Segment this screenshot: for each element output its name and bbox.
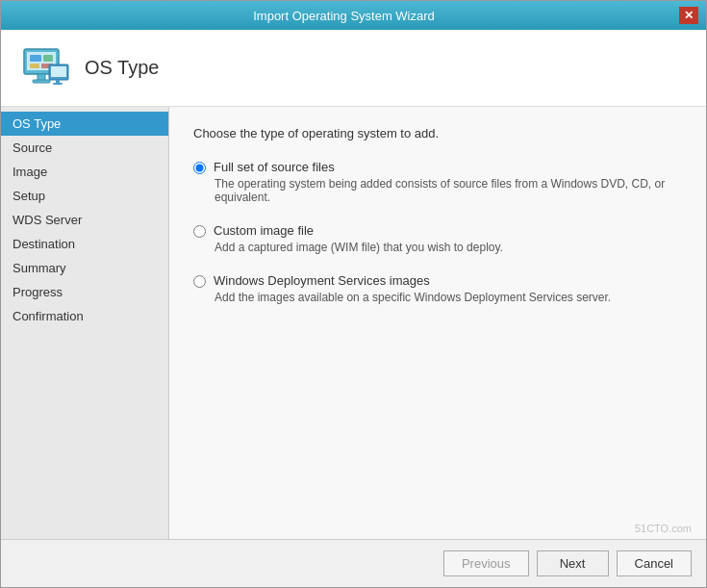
svg-rect-3: [33, 80, 50, 83]
sidebar-item-image[interactable]: Image: [1, 160, 168, 184]
sidebar: OS Type Source Image Setup WDS Server De…: [1, 107, 169, 539]
sidebar-item-destination[interactable]: Destination: [1, 232, 168, 256]
option-full-source-title: Full set of source files: [214, 160, 335, 174]
option-custom-image-title: Custom image file: [214, 223, 314, 238]
sidebar-item-setup[interactable]: Setup: [1, 184, 168, 208]
svg-rect-4: [30, 55, 41, 62]
option-wds-images-desc: Add the images available on a specific W…: [215, 291, 682, 304]
sidebar-item-os-type[interactable]: OS Type: [1, 112, 168, 136]
svg-rect-9: [51, 66, 66, 77]
watermark: 51CTO.com: [635, 523, 692, 534]
header-section: OS Type: [1, 30, 706, 107]
option-full-source-desc: The operating system being added consist…: [215, 177, 682, 204]
option-custom-image: Custom image file Add a captured image (…: [193, 223, 682, 254]
previous-button[interactable]: Previous: [443, 550, 529, 576]
svg-rect-5: [43, 55, 53, 62]
sidebar-item-wds-server[interactable]: WDS Server: [1, 208, 168, 232]
content-area: OS Type Source Image Setup WDS Server De…: [1, 107, 706, 539]
sidebar-item-confirmation[interactable]: Confirmation: [1, 304, 168, 328]
option-full-source-label[interactable]: Full set of source files: [193, 160, 682, 174]
footer: 51CTO.com Previous Next Cancel: [1, 539, 706, 587]
svg-rect-6: [30, 64, 39, 68]
radio-custom-image[interactable]: [193, 225, 206, 238]
option-wds-images-title: Windows Deployment Services images: [214, 273, 430, 288]
option-wds-images-label[interactable]: Windows Deployment Services images: [193, 273, 682, 288]
option-custom-image-label[interactable]: Custom image file: [193, 223, 682, 238]
titlebar: Import Operating System Wizard ✕: [1, 1, 706, 30]
window-title: Import Operating System Wizard: [9, 9, 679, 23]
main-panel: Choose the type of operating system to a…: [169, 107, 706, 539]
os-icon: [20, 43, 70, 93]
close-button[interactable]: ✕: [679, 7, 698, 24]
radio-full-source[interactable]: [193, 162, 206, 174]
wizard-window: Import Operating System Wizard ✕: [0, 0, 707, 588]
next-button[interactable]: Next: [537, 550, 609, 576]
option-custom-image-desc: Add a captured image (WIM file) that you…: [215, 241, 682, 254]
instruction-text: Choose the type of operating system to a…: [193, 126, 682, 141]
radio-wds-images[interactable]: [193, 275, 206, 288]
cancel-button[interactable]: Cancel: [617, 550, 692, 576]
svg-rect-11: [53, 83, 63, 85]
sidebar-item-progress[interactable]: Progress: [1, 280, 168, 304]
option-full-source: Full set of source files The operating s…: [193, 160, 682, 204]
option-wds-images: Windows Deployment Services images Add t…: [193, 273, 682, 304]
sidebar-item-summary[interactable]: Summary: [1, 256, 168, 280]
sidebar-item-source[interactable]: Source: [1, 136, 168, 160]
page-title: OS Type: [85, 57, 159, 79]
